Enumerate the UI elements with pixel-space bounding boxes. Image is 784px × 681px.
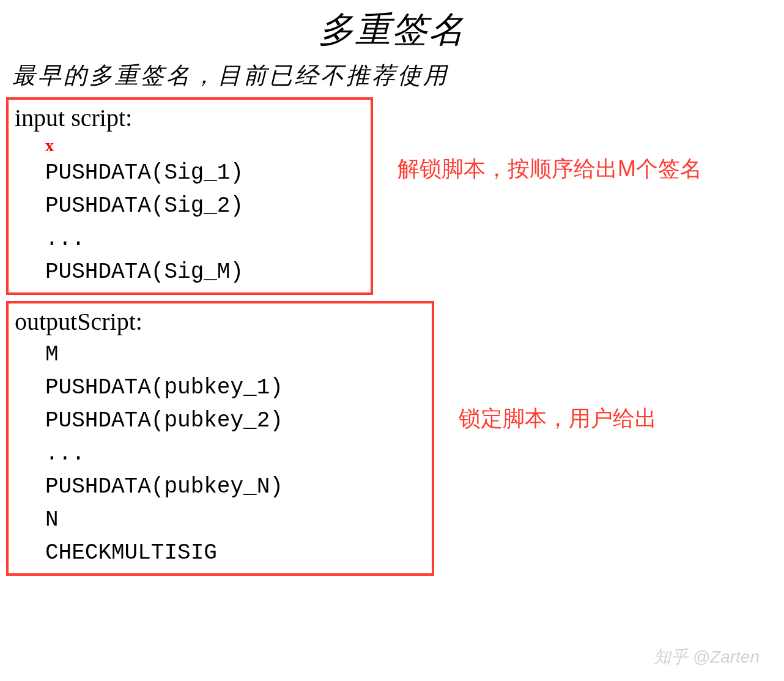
- output-line-7: CHECKMULTISIG: [45, 537, 426, 570]
- output-script-row: outputScript: M PUSHDATA(pubkey_1) PUSHD…: [6, 301, 778, 576]
- output-line-3: PUSHDATA(pubkey_2): [45, 404, 426, 437]
- input-script-row: input script: x PUSHDATA(Sig_1) PUSHDATA…: [6, 97, 778, 295]
- page-subtitle: 最早的多重签名，目前已经不推荐使用: [12, 60, 778, 91]
- output-line-1: M: [45, 338, 426, 371]
- page-title: 多重签名: [6, 6, 778, 54]
- output-script-box: outputScript: M PUSHDATA(pubkey_1) PUSHD…: [6, 301, 434, 576]
- input-script-box: input script: x PUSHDATA(Sig_1) PUSHDATA…: [6, 97, 373, 295]
- watermark: 知乎 @Zarten: [654, 646, 760, 669]
- output-annotation: 锁定脚本，用户给出: [459, 402, 777, 435]
- output-line-5: PUSHDATA(pubkey_N): [45, 471, 426, 504]
- input-line-2: PUSHDATA(Sig_2): [45, 190, 364, 223]
- output-line-6: N: [45, 504, 426, 537]
- input-script-header: input script:: [15, 103, 364, 132]
- x-marker: x: [45, 135, 364, 157]
- output-line-4: ...: [45, 437, 426, 471]
- input-line-4: PUSHDATA(Sig_M): [45, 256, 364, 289]
- input-line-1: PUSHDATA(Sig_1): [45, 157, 364, 190]
- output-line-2: PUSHDATA(pubkey_1): [45, 371, 426, 404]
- input-annotation: 解锁脚本，按顺序给出M个签名: [398, 152, 716, 185]
- input-line-3: ...: [45, 223, 364, 256]
- output-script-header: outputScript:: [15, 307, 426, 336]
